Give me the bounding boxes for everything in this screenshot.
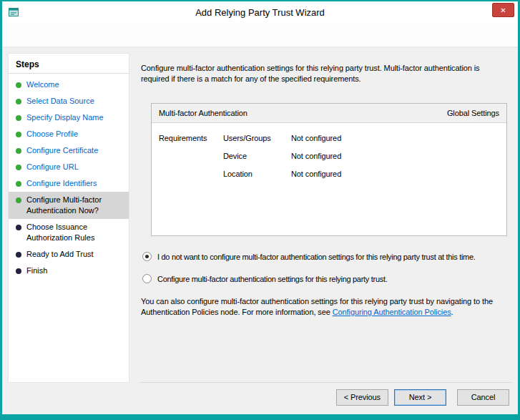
step-done-icon xyxy=(16,132,21,137)
step-pending-icon xyxy=(16,268,21,274)
sidebar-item-ready-to-add-trust: Ready to Add Trust xyxy=(9,246,129,263)
sidebar-item-configure-certificate[interactable]: Configure Certificate xyxy=(9,142,129,159)
close-icon: ✕ xyxy=(500,6,506,14)
radio-on-icon xyxy=(142,252,152,261)
step-done-icon xyxy=(16,82,21,88)
global-settings-label: Global Settings xyxy=(447,109,499,117)
cancel-button[interactable]: Cancel xyxy=(457,389,509,406)
mfa-settings-panel: Multi-factor Authentication Global Setti… xyxy=(151,103,507,236)
requirement-key: Device xyxy=(223,152,291,160)
mfa-panel-body: Requirements Users/Groups Not configured… xyxy=(152,123,506,182)
steps-sidebar: Steps Welcome Select Data Source Specify… xyxy=(8,53,129,383)
sidebar-item-configure-identifiers[interactable]: Configure Identifiers xyxy=(9,175,129,192)
sidebar-item-select-data-source[interactable]: Select Data Source xyxy=(9,93,129,109)
requirement-value: Not configured xyxy=(291,134,506,142)
title-bar: Add Relying Party Trust Wizard ✕ xyxy=(2,1,518,23)
footer-note: You can also configure multi-factor auth… xyxy=(141,296,509,318)
sidebar-item-configure-url[interactable]: Configure URL xyxy=(9,159,129,175)
requirement-key: Location xyxy=(223,170,291,178)
requirement-value: Not configured xyxy=(291,170,506,178)
intro-text: Configure multi-factor authentication se… xyxy=(141,63,509,84)
step-done-icon xyxy=(16,148,21,154)
requirement-value: Not configured xyxy=(291,152,506,160)
requirements-label: Requirements xyxy=(152,134,223,142)
window-title: Add Relying Party Trust Wizard xyxy=(195,7,325,18)
main-content: Configure multi-factor authentication se… xyxy=(129,53,518,383)
next-button[interactable]: Next > xyxy=(394,389,446,406)
mfa-requirement-row: Device Not configured xyxy=(152,147,506,165)
steps-header: Steps xyxy=(9,54,129,74)
step-done-icon xyxy=(16,115,21,121)
wizard-header-band xyxy=(2,23,518,47)
configuring-authentication-policies-link[interactable]: Configuring Authentication Policies xyxy=(333,308,451,316)
step-done-icon xyxy=(16,165,21,170)
previous-button[interactable]: < Previous xyxy=(336,389,388,406)
sidebar-item-configure-mfa-now[interactable]: Configure Multi-factor Authentication No… xyxy=(9,192,129,219)
mfa-requirement-row: Location Not configured xyxy=(152,165,506,182)
sidebar-item-welcome[interactable]: Welcome xyxy=(9,77,129,93)
button-bar-divider xyxy=(139,382,512,383)
step-pending-icon xyxy=(16,252,21,258)
mfa-radio-group: I do not want to configure multi-factor … xyxy=(142,252,509,283)
requirement-key: Users/Groups xyxy=(223,134,291,142)
step-done-icon xyxy=(16,99,21,104)
window-icon xyxy=(8,6,19,18)
footer-note-period: . xyxy=(451,308,453,316)
wizard-body: Steps Welcome Select Data Source Specify… xyxy=(2,47,518,383)
close-button[interactable]: ✕ xyxy=(492,3,514,17)
sidebar-item-choose-profile[interactable]: Choose Profile xyxy=(9,126,129,142)
sidebar-item-finish: Finish xyxy=(9,263,129,279)
button-bar: < Previous Next > Cancel xyxy=(2,383,518,414)
step-done-icon xyxy=(16,181,21,187)
wizard-window: Add Relying Party Trust Wizard ✕ Steps W… xyxy=(0,0,520,420)
radio-skip-mfa[interactable]: I do not want to configure multi-factor … xyxy=(142,252,509,261)
step-pending-icon xyxy=(16,225,21,230)
radio-off-icon xyxy=(142,274,152,283)
mfa-requirement-row: Requirements Users/Groups Not configured xyxy=(152,129,506,147)
mfa-panel-header: Multi-factor Authentication Global Setti… xyxy=(152,104,506,123)
step-current-icon xyxy=(16,197,21,203)
steps-list: Welcome Select Data Source Specify Displ… xyxy=(9,74,129,279)
mfa-panel-title: Multi-factor Authentication xyxy=(159,109,247,117)
sidebar-item-choose-issuance-authorization-rules: Choose Issuance Authorization Rules xyxy=(9,219,129,246)
radio-configure-mfa[interactable]: Configure multi-factor authentication se… xyxy=(142,274,509,283)
sidebar-item-specify-display-name[interactable]: Specify Display Name xyxy=(9,109,129,126)
